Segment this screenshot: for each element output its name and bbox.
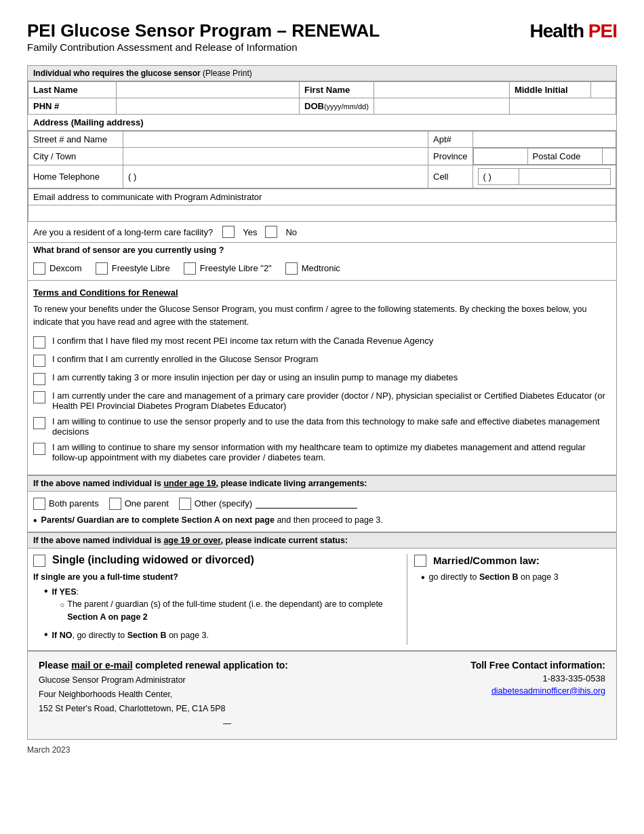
- postal-label: Postal Code: [527, 148, 603, 165]
- sensor-dexcom[interactable]: Dexcom: [33, 262, 82, 275]
- middle-initial-input[interactable]: [590, 82, 616, 98]
- under19-section: Both parents One parent Other (specify) …: [28, 492, 616, 532]
- other-option[interactable]: Other (specify): [179, 497, 357, 510]
- page-footer: March 2023: [27, 745, 617, 755]
- street-input[interactable]: [123, 132, 428, 148]
- living-row: Both parents One parent Other (specify): [33, 497, 611, 510]
- footer-heading: Please mail or e-mail completed renewal …: [39, 660, 416, 671]
- sensor-medtronic[interactable]: Medtronic: [285, 262, 340, 275]
- email-input[interactable]: [28, 205, 616, 222]
- other-checkbox[interactable]: [179, 498, 191, 510]
- married-label: Married/Common law:: [433, 555, 540, 566]
- freestyle-libre2-label: Freestyle Libre "2": [200, 263, 272, 273]
- age19-header: If the above named individual is age 19 …: [28, 532, 616, 549]
- sensor-question: What brand of sensor are you currently u…: [28, 243, 616, 256]
- ltc-question: Are you a resident of a long-term care f…: [33, 227, 213, 237]
- last-name-label: Last Name: [28, 82, 117, 98]
- province-input[interactable]: [473, 148, 527, 165]
- terms-text-6: I am willing to continue to share my sen…: [52, 442, 611, 462]
- under19-header: If the above named individual is under a…: [28, 475, 616, 492]
- terms-checkbox-1[interactable]: [33, 336, 45, 349]
- terms-checkbox-5[interactable]: [33, 417, 45, 429]
- terms-item-4: I am currently under the care and manage…: [33, 391, 611, 411]
- terms-checkbox-6[interactable]: [33, 443, 45, 455]
- first-name-label: First Name: [300, 82, 374, 98]
- other-label: Other (specify): [195, 498, 252, 509]
- married-checkbox[interactable]: [414, 555, 426, 567]
- phn-label: PHN #: [28, 98, 117, 115]
- middle-initial-label: Middle Initial: [509, 82, 590, 98]
- under19-note: • Parents/ Guardian are to complete Sect…: [33, 515, 611, 526]
- single-row: Single (including widowed or divorced): [33, 554, 400, 567]
- footer-email[interactable]: diabetesadminofficer@ihis.org: [416, 686, 605, 696]
- terms-item-1: I confirm that I have filed my most rece…: [33, 336, 611, 349]
- other-input[interactable]: [256, 498, 357, 509]
- phn-input[interactable]: [117, 98, 300, 115]
- cell-label: Cell: [428, 165, 473, 188]
- dexcom-checkbox[interactable]: [33, 262, 45, 275]
- footer-phone: 1-833-335-0538: [416, 673, 605, 683]
- freestyle-libre-label: Freestyle Libre: [112, 263, 170, 273]
- terms-checkbox-3[interactable]: [33, 373, 45, 385]
- footer-divider: —: [39, 719, 416, 728]
- sensor-freestyle-libre2[interactable]: Freestyle Libre "2": [184, 262, 272, 275]
- page-title: PEI Glucose Sensor Program – RENEWAL: [27, 20, 380, 41]
- terms-intro: To renew your benefits under the Glucose…: [33, 303, 611, 329]
- single-checkbox[interactable]: [33, 555, 45, 567]
- terms-text-1: I confirm that I have filed my most rece…: [52, 336, 611, 346]
- health-pei-logo: Health PEI: [530, 20, 618, 42]
- dob-label: DOB(yyyy/mm/dd): [300, 98, 374, 115]
- student-question: If single are you a full-time student?: [33, 572, 400, 582]
- terms-text-4: I am currently under the care and manage…: [52, 391, 611, 411]
- home-tel-input[interactable]: ( ): [123, 165, 428, 188]
- yes-sub-section: • If YES: ○ The parent / guardian (s) of…: [44, 586, 400, 642]
- no-checkbox[interactable]: [265, 226, 277, 238]
- medtronic-checkbox[interactable]: [285, 262, 298, 275]
- terms-text-5: I am willing to continue to use the sens…: [52, 416, 611, 437]
- individual-section-header: Individual who requires the glucose sens…: [28, 66, 616, 81]
- freestyle-libre2-checkbox[interactable]: [184, 262, 196, 275]
- toll-heading: Toll Free Contact information:: [416, 660, 605, 671]
- street-label: Street # and Name: [28, 132, 123, 148]
- no-label: No: [285, 227, 297, 237]
- terms-item-6: I am willing to continue to share my sen…: [33, 442, 611, 462]
- one-parent-checkbox[interactable]: [109, 498, 121, 510]
- city-input[interactable]: [123, 148, 428, 165]
- email-label: Email address to communicate with Progra…: [28, 189, 616, 205]
- single-label: Single (including widowed or divorced): [52, 554, 254, 566]
- yes-label: Yes: [243, 227, 257, 237]
- postal-input[interactable]: [603, 148, 616, 165]
- one-parent-label: One parent: [125, 498, 169, 509]
- terms-checkbox-4[interactable]: [33, 391, 45, 403]
- sensor-brand-row: Dexcom Freestyle Libre Freestyle Libre "…: [28, 256, 616, 280]
- terms-item-3: I am currently taking 3 or more insulin …: [33, 372, 611, 385]
- name-row: Last Name First Name Middle Initial PHN …: [28, 81, 616, 115]
- age19-section: Single (including widowed or divorced) I…: [28, 549, 616, 651]
- ltc-row: Are you a resident of a long-term care f…: [28, 222, 616, 243]
- dob-input[interactable]: [374, 98, 509, 115]
- dexcom-label: Dexcom: [49, 263, 82, 273]
- no-description: If NO, go directly to Section B on page …: [52, 629, 209, 642]
- terms-section: Terms and Conditions for Renewal To rene…: [28, 281, 616, 475]
- terms-title: Terms and Conditions for Renewal: [33, 287, 611, 298]
- province-label: Province: [428, 148, 473, 165]
- footer-section: Please mail or e-mail completed renewal …: [27, 652, 617, 740]
- married-note: • go directly to Section B on page 3: [421, 572, 611, 583]
- married-row: Married/Common law:: [414, 554, 611, 567]
- apt-input[interactable]: [472, 132, 616, 148]
- yes-description: The parent / guardian (s) of the full-ti…: [67, 598, 400, 624]
- yes-checkbox[interactable]: [222, 226, 235, 238]
- both-parents-checkbox[interactable]: [33, 498, 45, 510]
- apt-label: Apt#: [428, 132, 473, 148]
- last-name-input[interactable]: [117, 82, 300, 98]
- sensor-freestyle-libre[interactable]: Freestyle Libre: [96, 262, 170, 275]
- cell-input[interactable]: [519, 169, 610, 185]
- terms-checkbox-2[interactable]: [33, 355, 45, 367]
- if-yes-label: If YES: [52, 587, 77, 597]
- one-parent-option[interactable]: One parent: [109, 497, 169, 510]
- both-parents-option[interactable]: Both parents: [33, 497, 99, 510]
- home-tel-label: Home Telephone: [28, 165, 123, 188]
- first-name-input[interactable]: [374, 82, 509, 98]
- freestyle-libre-checkbox[interactable]: [96, 262, 108, 275]
- footer-org: Glucose Sensor Program Administrator Fou…: [39, 673, 416, 717]
